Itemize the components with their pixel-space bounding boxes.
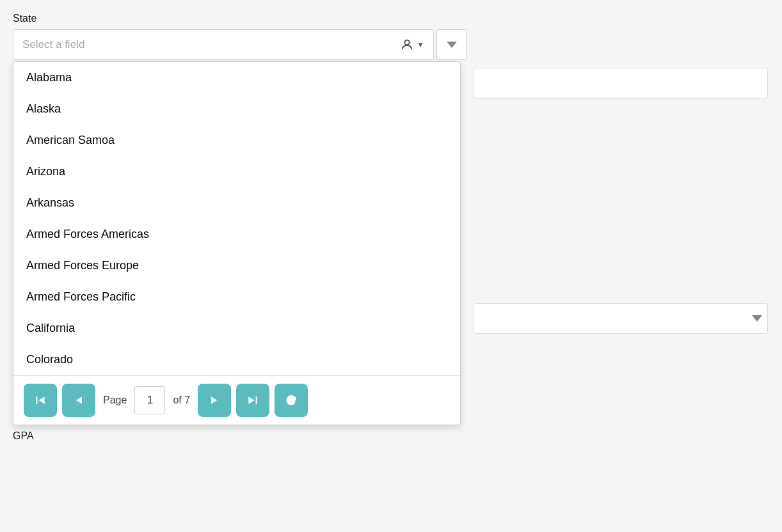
page-number-box[interactable] xyxy=(134,386,165,414)
refresh-button[interactable] xyxy=(275,384,308,417)
list-item[interactable]: Arizona xyxy=(13,156,460,187)
refresh-icon xyxy=(285,394,298,407)
svg-point-0 xyxy=(404,40,409,45)
next-page-button[interactable] xyxy=(198,384,231,417)
first-page-icon xyxy=(34,394,47,407)
list-item[interactable]: Alabama xyxy=(13,62,460,93)
right-side-fields xyxy=(474,29,768,532)
arrow-down-icon xyxy=(752,315,762,322)
last-page-icon xyxy=(246,394,259,407)
svg-marker-3 xyxy=(76,396,82,404)
next-page-icon xyxy=(208,394,221,407)
list-item[interactable]: California xyxy=(13,313,460,344)
dropdown-toggle-button[interactable] xyxy=(436,29,467,60)
select-field-placeholder: Select a field xyxy=(22,38,84,51)
svg-marker-4 xyxy=(211,396,217,404)
list-item[interactable]: Arkansas xyxy=(13,187,460,219)
gpa-label: GPA xyxy=(13,430,467,442)
svg-marker-5 xyxy=(248,396,254,404)
dropdown-list: Alabama Alaska American Samoa Arizona Ar… xyxy=(13,61,461,425)
list-item[interactable]: Armed Forces Pacific xyxy=(13,281,460,313)
pagination-bar: Page of 7 xyxy=(13,375,460,425)
page-label: Page xyxy=(103,395,127,406)
chevron-down-icon: ▼ xyxy=(417,40,424,49)
of-total-label: of 7 xyxy=(173,395,190,406)
state-label: State xyxy=(13,13,768,24)
svg-marker-2 xyxy=(39,396,45,404)
field-selector-input[interactable]: Select a field ▼ xyxy=(13,29,434,60)
page-number-input[interactable] xyxy=(137,394,163,407)
user-icon-area: ▼ xyxy=(400,38,424,52)
prev-page-icon xyxy=(72,394,85,407)
form-field-dropdown[interactable] xyxy=(474,303,768,334)
svg-rect-6 xyxy=(256,396,257,404)
user-icon xyxy=(400,38,414,52)
svg-rect-1 xyxy=(36,396,37,404)
prev-page-button[interactable] xyxy=(62,384,95,417)
field-selector-row: Select a field ▼ xyxy=(13,29,467,60)
list-item[interactable]: Armed Forces Americas xyxy=(13,219,460,250)
first-page-button[interactable] xyxy=(24,384,57,417)
list-item[interactable]: Alaska xyxy=(13,93,460,125)
list-item[interactable]: American Samoa xyxy=(13,125,460,156)
list-item[interactable]: Armed Forces Europe xyxy=(13,250,460,281)
list-item[interactable]: Colorado xyxy=(13,344,460,375)
form-field-1[interactable] xyxy=(474,68,768,98)
last-page-button[interactable] xyxy=(236,384,269,417)
arrow-down-icon xyxy=(447,42,457,48)
